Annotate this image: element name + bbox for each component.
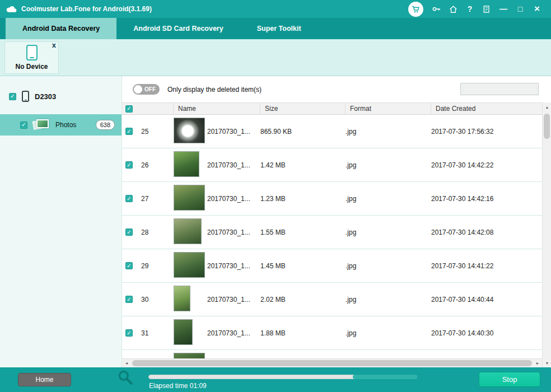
row-format: .jpg <box>345 128 431 136</box>
table-row[interactable]: ✓ 27 20170730_1... 1.23 MB .jpg 2017-07-… <box>122 182 542 216</box>
device-name: D2303 <box>35 92 56 101</box>
row-name: 20170730_1... <box>207 228 260 236</box>
row-date: 2017-07-30 17:56:32 <box>431 128 542 136</box>
deleted-only-label: Only display the deleted item(s) <box>167 86 262 94</box>
photo-thumbnail <box>174 151 199 177</box>
row-checkbox[interactable]: ✓ <box>125 296 133 303</box>
progress-segment <box>353 375 417 379</box>
vertical-scrollbar[interactable]: ▲ ▼ <box>542 102 551 367</box>
tab-super-toolkit[interactable]: Super Toolkit <box>240 18 318 39</box>
minimize-button[interactable]: — <box>495 1 512 17</box>
main-area: ✓ D2303 ✓ Photos 638 OFF Only display th… <box>0 76 551 367</box>
row-checkbox[interactable]: ✓ <box>125 128 133 135</box>
row-size: 1.45 MB <box>260 262 345 270</box>
photo-thumbnail <box>174 218 202 244</box>
deleted-only-toggle[interactable]: OFF <box>133 84 160 95</box>
scan-progress-bar <box>148 375 417 379</box>
photos-checkbox[interactable]: ✓ <box>20 122 27 129</box>
row-format: .jpg <box>345 262 431 270</box>
column-header-name[interactable]: Name <box>174 103 260 114</box>
row-checkbox[interactable]: ✓ <box>125 161 133 169</box>
photo-thumbnail <box>174 252 205 278</box>
row-index: 26 <box>139 161 174 169</box>
row-format: .jpg <box>345 195 431 203</box>
cloud-logo-icon <box>6 5 17 13</box>
log-icon[interactable] <box>478 1 495 17</box>
cart-icon[interactable] <box>408 2 423 17</box>
row-format: .jpg <box>345 228 431 236</box>
table-row[interactable]: ✓ <box>122 350 542 358</box>
row-date: 2017-07-30 14:41:22 <box>431 262 542 270</box>
row-checkbox[interactable]: ✓ <box>125 262 133 269</box>
table-row[interactable]: ✓ 31 20170730_1... 1.88 MB .jpg 2017-07-… <box>122 316 542 350</box>
table-row[interactable]: ✓ 26 20170730_1... 1.42 MB .jpg 2017-07-… <box>122 148 542 182</box>
row-index: 28 <box>139 228 174 236</box>
photo-thumbnail <box>174 118 205 143</box>
table-row[interactable]: ✓ 29 20170730_1... 1.45 MB .jpg 2017-07-… <box>122 249 542 283</box>
select-all-checkbox[interactable]: ✓ <box>125 105 133 113</box>
home-icon[interactable] <box>445 1 461 17</box>
row-format: .jpg <box>345 296 431 304</box>
column-header-format[interactable]: Format <box>345 103 431 114</box>
device-strip: x No Device <box>0 39 551 76</box>
row-date: 2017-07-30 14:42:16 <box>431 195 542 203</box>
row-date: 2017-07-30 14:40:30 <box>431 329 542 337</box>
row-checkbox[interactable]: ✓ <box>125 329 133 337</box>
scroll-left-icon[interactable]: ◄ <box>122 359 131 368</box>
row-date: 2017-07-30 14:42:22 <box>431 161 542 169</box>
help-icon[interactable]: ? <box>461 1 478 17</box>
row-size: 1.23 MB <box>260 195 345 203</box>
table-row[interactable]: ✓ 28 20170730_1... 1.55 MB .jpg 2017-07-… <box>122 216 542 249</box>
row-format: .jpg <box>345 161 431 169</box>
photo-thumbnail <box>174 319 193 345</box>
phone-icon <box>26 45 38 60</box>
row-checkbox[interactable]: ✓ <box>125 228 133 236</box>
photos-count-badge: 638 <box>96 120 115 130</box>
tab-bar: Android Data Recovery Android SD Card Re… <box>0 18 551 39</box>
device-close-icon[interactable]: x <box>52 41 56 49</box>
column-header-date-created[interactable]: Date Created <box>431 103 542 114</box>
vertical-scroll-thumb[interactable] <box>544 114 550 139</box>
sidebar-device-row[interactable]: ✓ D2303 <box>0 85 122 108</box>
scroll-down-icon[interactable]: ▼ <box>543 358 551 367</box>
scroll-up-icon[interactable]: ▲ <box>543 102 551 111</box>
row-index: 27 <box>139 195 174 203</box>
phone-icon <box>22 91 29 102</box>
table-row[interactable]: ✓ 25 20170730_1... 865.90 KB .jpg 2017-0… <box>122 115 542 148</box>
search-input[interactable] <box>461 83 551 95</box>
row-name: 20170730_1... <box>207 296 260 304</box>
elapsed-time-label: Elapsed time 01:09 <box>149 382 207 390</box>
device-card[interactable]: x No Device <box>4 41 59 74</box>
home-button[interactable]: Home <box>18 373 71 386</box>
row-name: 20170730_1... <box>207 195 260 203</box>
tab-android-sd-card-recovery[interactable]: Android SD Card Recovery <box>116 18 240 39</box>
content-area: OFF Only display the deleted item(s) ✓ N… <box>122 76 551 367</box>
row-checkbox[interactable]: ✓ <box>125 195 133 202</box>
device-checkbox[interactable]: ✓ <box>9 93 16 100</box>
sidebar-item-photos[interactable]: ✓ Photos 638 <box>0 114 122 136</box>
close-button[interactable]: × <box>529 1 545 17</box>
horizontal-scrollbar[interactable]: ◄ ► <box>122 358 542 367</box>
search-box <box>460 83 539 95</box>
row-name: 20170730_1... <box>207 161 260 169</box>
key-icon[interactable] <box>428 1 445 17</box>
column-header-size[interactable]: Size <box>260 103 345 114</box>
row-name: 20170730_1... <box>207 329 260 337</box>
row-format: .jpg <box>345 329 431 337</box>
row-name: 20170730_1... <box>207 262 260 270</box>
table-header: ✓ Name Size Format Date Created <box>122 102 542 115</box>
scroll-right-icon[interactable]: ► <box>533 359 542 368</box>
photos-label: Photos <box>55 121 76 129</box>
table-row[interactable]: ✓ 30 20170730_1... 2.02 MB .jpg 2017-07-… <box>122 283 542 316</box>
maximize-button[interactable]: □ <box>512 1 529 17</box>
results-table: ✓ Name Size Format Date Created ✓ 25 201… <box>122 102 551 367</box>
row-index: 25 <box>139 128 174 136</box>
photo-thumbnail <box>174 353 205 358</box>
row-size: 865.90 KB <box>260 128 345 136</box>
horizontal-scroll-thumb[interactable] <box>132 360 532 366</box>
app-window: Coolmuster Lab.Fone for Android(3.1.69) … <box>0 0 551 392</box>
row-index: 29 <box>139 262 174 270</box>
tab-android-data-recovery[interactable]: Android Data Recovery <box>6 18 116 39</box>
footer-bar: Home Elapsed time 01:09 Stop <box>0 367 551 392</box>
stop-button[interactable]: Stop <box>479 372 540 387</box>
